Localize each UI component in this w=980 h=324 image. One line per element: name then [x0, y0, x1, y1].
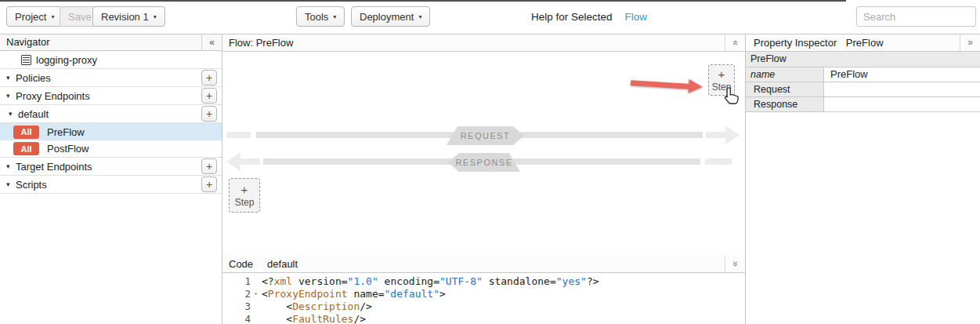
code-editor[interactable]: 1<?xml version="1.0" encoding="UTF-8" st…: [222, 273, 745, 324]
code-panel: Code default « 1<?xml version="1.0" enco…: [222, 256, 745, 324]
sidebar-item-target-endpoints[interactable]: ▾Target Endpoints+: [0, 158, 222, 176]
chevron-double-up-icon: «: [727, 40, 743, 46]
request-arrow-right-icon: [706, 126, 740, 144]
sidebar-item-preflow[interactable]: AllPreFlow: [0, 123, 222, 140]
navigator-title: Navigator: [6, 36, 50, 48]
code-line: 4 <FaultRules/>: [222, 313, 745, 324]
disclosure-triangle-icon[interactable]: ▾: [6, 180, 16, 188]
plus-icon: +: [241, 184, 248, 195]
code-line: 1<?xml version="1.0" encoding="UTF-8" st…: [222, 275, 745, 288]
flow-panel-title: Flow: PreFlow: [229, 37, 293, 49]
flow-panel-header: Flow: PreFlow «: [222, 35, 745, 52]
sidebar-collapse-button[interactable]: «: [201, 35, 222, 50]
property-value[interactable]: [824, 82, 980, 96]
tools-menu-label: Tools: [305, 11, 328, 23]
chevron-down-icon: ▾: [418, 13, 421, 20]
sidebar-item-label: PostFlow: [47, 143, 89, 155]
navigator-sidebar: Navigator « logging-proxy▾Policies+▾Prox…: [0, 35, 222, 324]
add-step-response-button[interactable]: + Step: [229, 178, 260, 213]
property-value[interactable]: PreFlow: [824, 67, 980, 82]
code-line: 3 <Description/>: [222, 300, 745, 313]
project-menu-label: Project: [15, 11, 46, 23]
sidebar-item-logging-proxy[interactable]: logging-proxy: [0, 51, 222, 69]
top-toolbar: Project ▾ Save Revision 1 ▾ Tools ▾ Depl…: [0, 0, 980, 35]
help-for-selected-label: Help for Selected: [531, 11, 613, 23]
top-divider: [0, 0, 846, 2]
flow-collapse-button[interactable]: «: [725, 35, 745, 51]
flow-panel: Flow: PreFlow « REQUEST RESPONSE: [222, 35, 745, 324]
navigator-items: logging-proxy▾Policies+▾Proxy Endpoints+…: [0, 51, 222, 194]
add-button[interactable]: +: [201, 88, 217, 104]
revision-menu-label: Revision 1: [101, 11, 149, 23]
chevron-double-down-icon: «: [727, 261, 743, 267]
response-ribbon-label: RESPONSE: [448, 153, 520, 172]
sidebar-item-label: default: [18, 108, 49, 120]
request-line-start-segment: [226, 132, 251, 138]
line-number: 1: [222, 275, 251, 288]
code-text: <FaultRules/>: [261, 313, 366, 324]
save-button-label: Save: [68, 11, 92, 23]
flow-condition-badge: All: [13, 126, 39, 139]
property-inspector-header: Property Inspector PreFlow »: [746, 35, 980, 52]
inspector-row-name: namePreFlow: [746, 67, 980, 82]
disclosure-triangle-icon[interactable]: ▾: [6, 92, 16, 100]
line-number: 3: [222, 300, 251, 313]
search-input[interactable]: [856, 6, 976, 27]
revision-menu-button[interactable]: Revision 1 ▾: [92, 6, 165, 27]
fold-arrow-icon[interactable]: ▾: [251, 288, 261, 300]
navigator-header: Navigator «: [0, 35, 222, 51]
request-ribbon-label: REQUEST: [447, 126, 524, 145]
tools-menu-button[interactable]: Tools ▾: [296, 6, 345, 27]
project-menu-button[interactable]: Project ▾: [6, 6, 63, 27]
deployment-menu-button[interactable]: Deployment ▾: [351, 6, 430, 27]
line-number: 4: [222, 313, 251, 324]
help-area: Help for Selected Flow: [531, 0, 647, 34]
help-flow-link[interactable]: Flow: [625, 11, 648, 23]
sidebar-item-scripts[interactable]: ▾Scripts+: [0, 176, 222, 194]
code-collapse-button[interactable]: «: [725, 256, 745, 272]
proxy-document-icon: [21, 55, 31, 65]
annotation-red-arrow-icon: [631, 75, 703, 94]
chevron-down-icon: ▾: [333, 13, 336, 20]
add-button[interactable]: +: [201, 158, 217, 174]
code-line: 2▾<ProxyEndpoint name="default">: [222, 288, 745, 300]
sidebar-item-label: PreFlow: [47, 126, 85, 138]
response-arrow-left-icon: [226, 152, 260, 171]
code-panel-title: Code: [229, 256, 253, 272]
inspector-rows: namePreFlowRequestResponse: [746, 67, 980, 112]
property-inspector-panel: Property Inspector PreFlow » PreFlow nam…: [745, 35, 980, 324]
editor-center-column: Flow: PreFlow « REQUEST RESPONSE: [222, 35, 745, 324]
inspector-expand-button[interactable]: »: [960, 35, 980, 51]
sidebar-item-postflow[interactable]: AllPostFlow: [0, 140, 222, 158]
sidebar-item-label: logging-proxy: [36, 54, 97, 66]
property-value[interactable]: [824, 97, 980, 111]
sidebar-item-policies[interactable]: ▾Policies+: [0, 69, 222, 87]
fold-gutter: [251, 300, 261, 313]
disclosure-triangle-icon[interactable]: ▾: [6, 162, 16, 170]
add-button[interactable]: +: [201, 106, 217, 122]
property-inspector-title: Property Inspector: [754, 37, 837, 49]
property-label: Response: [746, 97, 824, 111]
fold-gutter: [251, 313, 261, 324]
deployment-menu-label: Deployment: [360, 11, 414, 23]
sidebar-item-default[interactable]: ▾default+: [0, 105, 222, 123]
sidebar-item-proxy-endpoints[interactable]: ▾Proxy Endpoints+: [0, 87, 222, 105]
add-step-label: Step: [235, 197, 255, 208]
code-text: <?xml version="1.0" encoding="UTF-8" sta…: [261, 275, 599, 288]
inspector-row-response: Response: [746, 97, 980, 112]
sidebar-item-label: Scripts: [16, 179, 47, 191]
chevron-down-icon: ▾: [154, 13, 157, 20]
flow-canvas: REQUEST RESPONSE + Step + Step: [222, 52, 745, 256]
code-panel-subtitle: default: [267, 256, 298, 272]
sidebar-item-label: Proxy Endpoints: [16, 90, 90, 102]
code-text: <Description/>: [261, 300, 372, 313]
plus-icon: +: [718, 68, 725, 80]
code-panel-header: Code default «: [222, 256, 745, 273]
add-button[interactable]: +: [201, 70, 217, 86]
fold-gutter: [251, 275, 261, 288]
add-button[interactable]: +: [201, 177, 217, 192]
disclosure-triangle-icon[interactable]: ▾: [9, 110, 18, 118]
property-label: Request: [746, 82, 824, 96]
inspector-row-request: Request: [746, 82, 980, 97]
disclosure-triangle-icon[interactable]: ▾: [6, 74, 16, 82]
